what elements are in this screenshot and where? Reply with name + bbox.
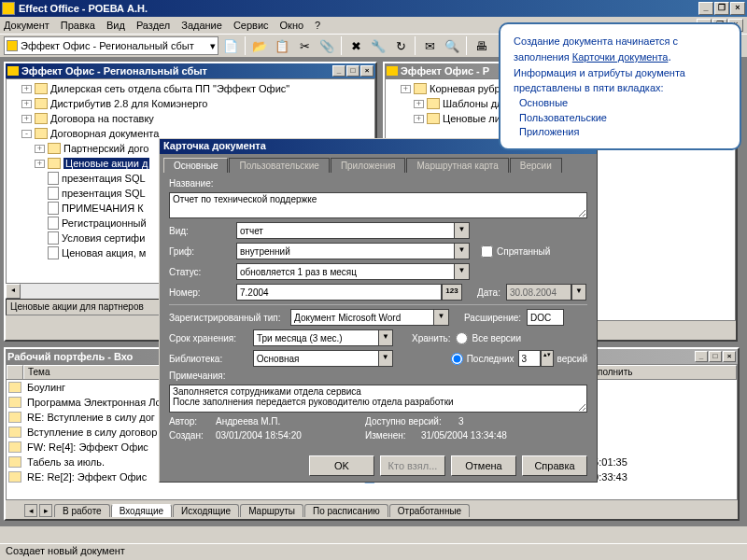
tree-node[interactable]: +Дистрибутив 2.8 для Комиэнерго <box>8 96 373 111</box>
close-button[interactable]: × <box>730 2 745 15</box>
date-field[interactable] <box>506 284 571 301</box>
scroll-left-button[interactable]: ◂ <box>6 284 21 299</box>
label-notes: Примечания: <box>169 371 236 381</box>
label-number: Номер: <box>169 287 236 298</box>
tab-versions[interactable]: Версии <box>510 158 562 173</box>
store-all-radio[interactable] <box>456 332 468 344</box>
number-gen-button[interactable]: 123 <box>442 284 462 301</box>
chevron-down-icon[interactable]: ▼ <box>379 350 393 367</box>
panel-close-button[interactable]: × <box>360 65 374 77</box>
spinner-icon[interactable]: ▴▾ <box>541 350 554 367</box>
tab-main[interactable]: Основные <box>163 158 228 173</box>
section-combo-text: Эффект Офис - Региональный сбыт <box>21 40 194 51</box>
section-combo[interactable]: Эффект Офис - Региональный сбыт ▾ <box>4 36 218 55</box>
print-button[interactable]: 🖶 <box>471 35 491 56</box>
tab-scheduled[interactable]: По расписанию <box>304 504 388 517</box>
tab-processed[interactable]: Отработанные <box>389 504 470 517</box>
folder-icon <box>427 98 440 109</box>
menu-service[interactable]: Сервис <box>233 20 269 31</box>
status-combo[interactable] <box>236 263 455 280</box>
expand-icon[interactable]: + <box>414 115 424 123</box>
left-panel-header: Эффект Офис - Региональный сбыт _□× <box>6 63 375 78</box>
delete-button[interactable]: ✖ <box>345 35 366 56</box>
tab-custom[interactable]: Пользовательские <box>229 158 329 173</box>
ok-button[interactable]: OK <box>309 455 374 476</box>
chevron-down-icon[interactable]: ▼ <box>571 284 586 301</box>
chevron-down-icon[interactable]: ▼ <box>455 222 470 239</box>
chevron-down-icon[interactable]: ▼ <box>455 243 470 259</box>
tab-incoming[interactable]: Входящие <box>111 504 172 517</box>
regtype-combo[interactable] <box>290 309 434 326</box>
expand-icon[interactable]: + <box>35 160 45 168</box>
panel-min-button[interactable]: _ <box>695 351 708 362</box>
col-complete[interactable]: полнить <box>593 365 737 379</box>
tab-scroll-right[interactable]: ▸ <box>39 504 52 517</box>
last-n-field[interactable] <box>518 350 541 367</box>
tree-node[interactable]: +Дилерская сеть отдела сбыта ПП "Эффект … <box>8 81 373 96</box>
menu-view[interactable]: Вид <box>106 20 125 31</box>
label-retention: Срок хранения: <box>169 333 253 343</box>
panel-min-button[interactable]: _ <box>332 65 345 77</box>
tab-routes[interactable]: Маршруты <box>240 504 303 517</box>
stamp-combo[interactable] <box>236 243 455 259</box>
tab-outgoing[interactable]: Исходящие <box>173 504 239 517</box>
expand-icon[interactable]: - <box>21 130 32 138</box>
label-all: Все версии <box>472 333 521 343</box>
refresh-button[interactable]: ↻ <box>390 35 411 56</box>
menu-window[interactable]: Окно <box>280 20 304 31</box>
chevron-down-icon[interactable]: ▼ <box>379 329 393 346</box>
minimize-button[interactable]: _ <box>698 2 713 15</box>
expand-icon[interactable]: + <box>21 85 32 93</box>
menu-document[interactable]: Документ <box>4 20 49 31</box>
panel-max-button[interactable]: □ <box>346 65 359 77</box>
hidden-checkbox[interactable] <box>481 245 493 258</box>
paste-button[interactable]: 📎 <box>317 35 337 56</box>
retention-combo[interactable] <box>253 329 379 346</box>
panel-close-button[interactable]: × <box>723 351 736 362</box>
envelope-icon <box>8 441 21 453</box>
tab-route[interactable]: Маршрутная карта <box>406 158 508 173</box>
who-took-button[interactable]: Кто взял... <box>380 455 445 476</box>
name-field[interactable] <box>169 192 587 218</box>
cancel-button[interactable]: Отмена <box>451 455 516 476</box>
type-combo[interactable] <box>236 222 455 239</box>
chevron-down-icon[interactable]: ▼ <box>434 309 449 326</box>
callout-item-attach: Приложения <box>514 125 726 139</box>
expand-icon[interactable]: + <box>401 85 411 93</box>
mail-button[interactable]: ✉ <box>419 35 440 56</box>
library-combo[interactable] <box>253 350 379 367</box>
tree-label: Договора на поставку <box>50 113 154 124</box>
store-last-radio[interactable] <box>451 353 463 365</box>
menu-task[interactable]: Задание <box>181 20 222 31</box>
tab-scroll-left[interactable]: ◂ <box>24 504 37 517</box>
panel-max-button[interactable]: □ <box>709 351 722 362</box>
copy-button[interactable]: 📋 <box>272 35 292 56</box>
restore-button[interactable]: ❐ <box>714 2 729 15</box>
expand-icon[interactable]: + <box>21 115 32 123</box>
envelope-icon <box>8 382 21 393</box>
number-field[interactable] <box>236 284 442 301</box>
ext-field[interactable] <box>527 309 564 326</box>
title-bar: Effect Office - РОЕВА А.Н. _ ❐ × <box>0 0 747 17</box>
app-icon <box>2 2 15 15</box>
props-button[interactable]: 🔧 <box>368 35 388 56</box>
notes-field[interactable] <box>169 385 587 413</box>
tree-node[interactable]: +Договора на поставку <box>8 111 373 126</box>
new-doc-button[interactable]: 📄 <box>220 35 241 56</box>
cut-button[interactable]: ✂ <box>294 35 315 56</box>
expand-icon[interactable]: + <box>414 100 424 108</box>
menu-section[interactable]: Раздел <box>136 20 170 31</box>
right-panel-title: Эффект Офис - Р <box>401 65 489 77</box>
chevron-down-icon[interactable]: ▼ <box>455 263 470 280</box>
help-button[interactable]: Справка <box>522 455 587 476</box>
label-versions: Доступно версий: <box>365 416 458 427</box>
label-status: Статус: <box>169 267 236 277</box>
menu-help[interactable]: ? <box>315 20 320 31</box>
menu-edit[interactable]: Правка <box>61 20 95 31</box>
tab-inwork[interactable]: В работе <box>54 504 110 517</box>
expand-icon[interactable]: + <box>35 145 45 153</box>
open-button[interactable]: 📂 <box>249 35 270 56</box>
expand-icon[interactable]: + <box>21 100 32 108</box>
search-button[interactable]: 🔍 <box>442 35 462 56</box>
tab-attachments[interactable]: Приложения <box>331 158 406 173</box>
